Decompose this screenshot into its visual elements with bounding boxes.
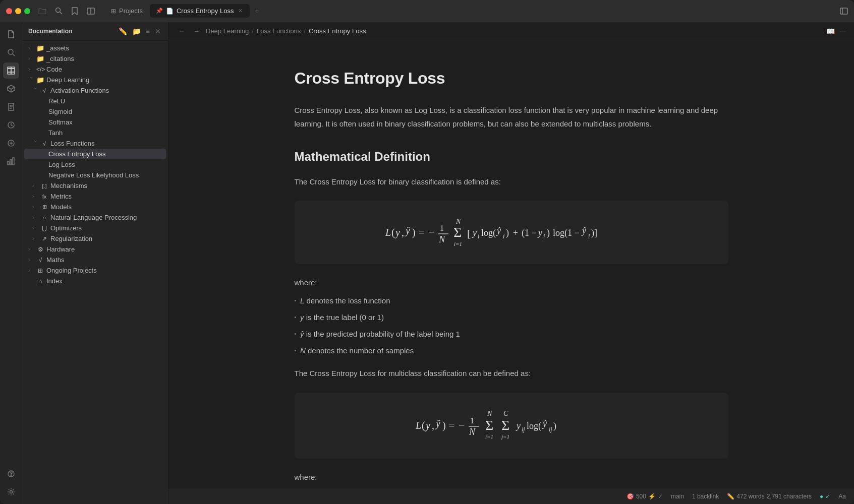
sidebar-item-index[interactable]: › ⌂ Index	[24, 276, 166, 286]
tab-close-button[interactable]: ✕	[237, 8, 244, 15]
bullet-N: • N denotes the number of samples	[295, 345, 728, 357]
sidebar-item-maths[interactable]: › √ Maths	[24, 255, 166, 265]
sidebar-item-tanh[interactable]: › Tanh	[24, 128, 166, 138]
sidebar-item-log-loss[interactable]: Log Loss	[24, 159, 166, 170]
activity-history[interactable]	[3, 117, 19, 133]
sidebar-item-softmax[interactable]: › Softmax	[24, 117, 166, 128]
close-button[interactable]	[6, 8, 12, 14]
doc-tab-icon: 📄	[166, 8, 174, 15]
svg-text:y: y	[425, 420, 430, 431]
activity-help[interactable]	[3, 466, 19, 482]
sidebar-item-deep-learning[interactable]: › 📁 Deep Learning	[24, 75, 166, 85]
add-folder-action[interactable]: 📁	[131, 26, 142, 36]
editor-scroll[interactable]: Cross Entropy Loss Cross Entropy Loss, a…	[168, 40, 854, 488]
sidebar-item-metrics[interactable]: › fx Metrics	[24, 191, 166, 202]
breadcrumb-item-2[interactable]: Loss Functions	[257, 27, 301, 35]
tab-projects[interactable]: ⊞ Projects	[105, 4, 149, 18]
nav-forward[interactable]: →	[191, 26, 202, 36]
svg-text:): )	[412, 227, 416, 238]
svg-text:−: −	[459, 419, 465, 431]
layout-icon[interactable]	[87, 7, 95, 15]
search-icon[interactable]	[54, 7, 63, 15]
sidebar: Documentation ✏️ 📁 ≡ ✕ › 📁 _assets ›	[22, 22, 168, 504]
where-label-2: where:	[295, 471, 728, 484]
more-icon[interactable]: ···	[840, 27, 846, 35]
sidebar-item-code[interactable]: › </> Code	[24, 64, 166, 75]
maximize-button[interactable]	[24, 8, 30, 14]
sidebar-item-loss-functions[interactable]: › √ Loss Functions	[24, 138, 166, 149]
sidebar-title: Documentation	[28, 28, 72, 35]
activity-search[interactable]	[3, 44, 19, 60]
hardware-icon: ⚙	[36, 246, 44, 253]
svg-point-28	[11, 476, 11, 476]
chevron-regularization: ›	[32, 236, 38, 241]
svg-text:): )	[506, 228, 509, 238]
edit-action[interactable]: ✏️	[118, 26, 128, 36]
svg-text:i: i	[503, 233, 504, 240]
status-font[interactable]: Aa	[838, 493, 846, 500]
sidebar-label-tanh: Tanh	[48, 129, 63, 137]
svg-text:): )	[547, 228, 550, 238]
activity-notes[interactable]	[3, 99, 19, 115]
svg-line-7	[13, 54, 15, 56]
activity-settings[interactable]	[3, 484, 19, 500]
sidebar-toggle-icon[interactable]	[840, 8, 848, 15]
breadcrumb-right-actions: 📖 ···	[826, 27, 846, 35]
sidebar-item-mechanisms[interactable]: › [.] Mechanisms	[24, 180, 166, 191]
bookmark-icon[interactable]	[71, 7, 79, 15]
sidebar-item-optimizers[interactable]: › ⋃ Optimizers	[24, 223, 166, 233]
sidebar-item-hardware[interactable]: › ⚙ Hardware	[24, 244, 166, 255]
score-icon: 🎯	[627, 493, 634, 500]
sidebar-item-activation-functions[interactable]: › √ Activation Functions	[24, 85, 166, 96]
svg-line-15	[8, 87, 11, 89]
sidebar-item-assets[interactable]: › 📁 _assets	[24, 43, 166, 53]
breadcrumb-item-1[interactable]: Deep Learning	[206, 27, 249, 35]
svg-text:ŷ: ŷ	[435, 418, 440, 429]
sort-action[interactable]: ≡	[145, 26, 151, 36]
breadcrumb: Deep Learning / Loss Functions / Cross E…	[206, 27, 366, 35]
sidebar-item-ongoing[interactable]: › ⊞ Ongoing Projects	[24, 265, 166, 276]
tab-cross-entropy[interactable]: 📌 📄 Cross Entropy Loss ✕	[150, 4, 250, 18]
close-action[interactable]: ✕	[154, 26, 162, 36]
activity-files[interactable]	[3, 26, 19, 42]
folder-icon[interactable]	[38, 7, 46, 15]
app-window: ⊞ Projects 📌 📄 Cross Entropy Loss ✕ +	[0, 0, 854, 504]
word-count: 472 words	[736, 493, 764, 500]
breadcrumb-sep-2: /	[304, 27, 306, 35]
doc-title: Cross Entropy Loss	[295, 65, 728, 92]
activity-explorer[interactable]	[3, 62, 19, 79]
sidebar-item-nll[interactable]: Negative Loss Likelyhood Loss	[24, 170, 166, 180]
sidebar-item-nlp[interactable]: › ○ Natural Language Processing	[24, 212, 166, 223]
bullet-dot-4: •	[295, 347, 297, 355]
activity-graph[interactable]	[3, 153, 19, 169]
multiclass-intro: The Cross Entropy Loss for multiclass cl…	[295, 367, 728, 380]
sidebar-item-sigmoid[interactable]: › Sigmoid	[24, 106, 166, 117]
sidebar-item-citations[interactable]: › 📁 _citations	[24, 53, 166, 64]
sidebar-item-regularization[interactable]: › ↗ Regularization	[24, 233, 166, 244]
nav-back[interactable]: ←	[177, 26, 187, 36]
chevron-assets: ›	[28, 45, 34, 51]
code-icon: </>	[36, 66, 44, 73]
check-icon: ✓	[658, 493, 663, 500]
sidebar-item-cross-entropy-loss[interactable]: Cross Entropy Loss	[24, 149, 166, 159]
new-tab-button[interactable]: +	[251, 5, 263, 17]
lightning-icon: ⚡	[648, 493, 656, 500]
svg-text:(: (	[391, 227, 395, 238]
sidebar-label-log-loss: Log Loss	[48, 161, 75, 168]
status-words: ✏️ 472 words 2,791 characters	[727, 493, 812, 500]
chevron-ongoing: ›	[28, 268, 34, 273]
formula-block-multi: L ( y , ŷ ) = − 1 N	[295, 393, 728, 459]
sidebar-label-index: Index	[46, 277, 63, 285]
title-bar-right	[840, 8, 848, 15]
svg-text:): )	[553, 421, 556, 431]
activity-packages[interactable]	[3, 81, 19, 97]
book-icon[interactable]: 📖	[826, 27, 835, 35]
sidebar-item-relu[interactable]: › ReLU	[24, 96, 166, 106]
bullet-list: • L denotes the loss function • y is the…	[295, 295, 728, 357]
ongoing-icon: ⊞	[36, 267, 44, 274]
minimize-button[interactable]	[15, 8, 21, 14]
sidebar-item-models[interactable]: › ⊞ Models	[24, 202, 166, 212]
svg-text:Σ: Σ	[453, 224, 462, 240]
svg-text:N: N	[456, 218, 461, 225]
activity-add[interactable]	[3, 135, 19, 151]
